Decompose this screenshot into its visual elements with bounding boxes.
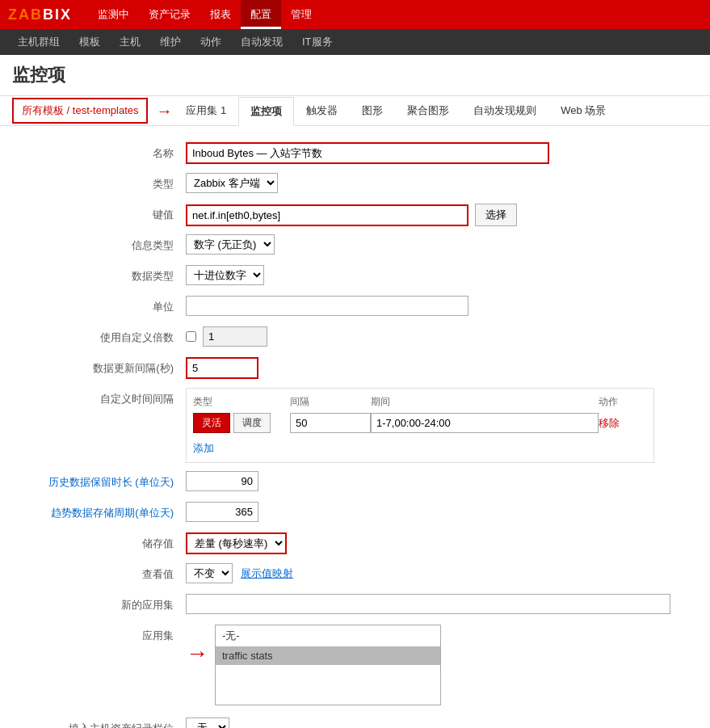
key-control: 选择: [186, 204, 670, 226]
custom-multiplier-checkbox[interactable]: [186, 331, 196, 342]
show-value-select[interactable]: 不变: [186, 563, 233, 583]
tab-items[interactable]: 监控项: [238, 97, 294, 126]
history-label: 历史数据保留时长 (单位天): [24, 471, 186, 490]
unit-label: 单位: [24, 296, 186, 314]
nav-actions[interactable]: 动作: [191, 29, 231, 55]
ci-header-action: 动作: [599, 395, 647, 409]
nav-autodiscovery[interactable]: 自动发现: [231, 29, 292, 55]
app-arrow-icon: →: [186, 641, 208, 667]
tab-aggregate[interactable]: 聚合图形: [395, 96, 461, 125]
logo: ZABBIX: [8, 6, 72, 23]
new-app-row: 新的应用集: [24, 594, 686, 616]
history-row: 历史数据保留时长 (单位天): [24, 471, 686, 494]
app-list-item-traffic[interactable]: traffic stats: [216, 646, 440, 665]
info-type-select[interactable]: 数字 (无正负): [186, 234, 275, 255]
tab-triggers[interactable]: 触发器: [294, 96, 350, 125]
update-interval-row: 数据更新间隔(秒): [24, 357, 686, 380]
page-title: 监控项: [12, 63, 698, 87]
data-type-select[interactable]: 十进位数字: [186, 265, 264, 285]
nav-monitoring[interactable]: 监测中: [88, 0, 139, 29]
custom-interval-box: 类型 间隔 期间 动作 灵活 调度 移除: [186, 388, 654, 463]
toggle-scheduled[interactable]: 调度: [233, 413, 271, 433]
host-inventory-row: 填入主机资产纪录栏位 -无-: [24, 717, 686, 728]
nav-reports[interactable]: 报表: [200, 0, 241, 29]
data-type-control: 十进位数字: [186, 265, 670, 285]
main-content: 名称 类型 Zabbix 客户端 键值 选择 信息类型 数字 (无正负) 数据类: [0, 126, 710, 728]
custom-multiplier-row: 使用自定义倍数: [24, 326, 686, 349]
ci-action-cell[interactable]: 移除: [599, 416, 647, 431]
ci-row: 灵活 调度 移除: [193, 413, 647, 433]
tab-breadcrumb[interactable]: 所有模板 / test-templates: [12, 98, 148, 124]
key-input[interactable]: [186, 204, 468, 226]
nav-it-services[interactable]: IT服务: [292, 29, 342, 55]
info-type-label: 信息类型: [24, 234, 186, 253]
custom-multiplier-control: [186, 326, 670, 347]
store-value-control: 差量 (每秒速率) 原始值 差量: [186, 532, 670, 554]
key-row: 键值 选择: [24, 204, 686, 226]
type-select[interactable]: Zabbix 客户端: [186, 173, 278, 193]
top-navbar: ZABBIX 监测中 资产记录 报表 配置 管理: [0, 0, 710, 29]
app-set-control: → -无- traffic stats: [186, 625, 670, 705]
unit-input[interactable]: [186, 296, 468, 316]
tab-webscene[interactable]: Web 场景: [548, 96, 618, 125]
ci-type-toggle: 灵活 调度: [193, 413, 290, 433]
app-set-row: 应用集 → -无- traffic stats: [24, 625, 686, 705]
ci-header-period: 期间: [371, 395, 599, 409]
tab-appset[interactable]: 应用集 1: [174, 96, 238, 125]
tab-graphs[interactable]: 图形: [350, 96, 395, 125]
history-control: [186, 471, 670, 491]
trend-input[interactable]: [186, 502, 258, 522]
data-type-row: 数据类型 十进位数字: [24, 265, 686, 288]
update-interval-control: [186, 357, 670, 379]
new-app-input[interactable]: [186, 594, 670, 614]
type-control: Zabbix 客户端: [186, 173, 670, 193]
ci-header-type: 类型: [193, 395, 290, 409]
custom-multiplier-input[interactable]: [203, 326, 267, 347]
ci-period-input[interactable]: [371, 413, 599, 433]
trend-control: [186, 502, 670, 522]
nav-templates[interactable]: 模板: [69, 29, 110, 55]
toggle-flexible[interactable]: 灵活: [193, 413, 230, 433]
nav-assets[interactable]: 资产记录: [139, 0, 200, 29]
info-type-row: 信息类型 数字 (无正负): [24, 234, 686, 257]
store-value-select[interactable]: 差量 (每秒速率) 原始值 差量: [186, 532, 287, 554]
ci-interval-input[interactable]: [290, 413, 371, 433]
type-row: 类型 Zabbix 客户端: [24, 173, 686, 196]
nav-admin[interactable]: 管理: [281, 0, 321, 29]
unit-row: 单位: [24, 296, 686, 318]
info-type-control: 数字 (无正负): [186, 234, 670, 255]
second-navbar: 主机群组 模板 主机 维护 动作 自动发现 IT服务: [0, 29, 710, 55]
custom-time-control: 类型 间隔 期间 动作 灵活 调度 移除: [186, 388, 670, 463]
history-input[interactable]: [186, 471, 258, 491]
app-list-item-none[interactable]: -无-: [216, 625, 440, 646]
name-row: 名称: [24, 142, 686, 165]
name-input[interactable]: [186, 142, 549, 164]
custom-multiplier-label: 使用自定义倍数: [24, 326, 186, 345]
update-interval-input[interactable]: [186, 357, 258, 379]
tab-autodiscovery[interactable]: 自动发现规则: [461, 96, 548, 125]
show-value-control: 不变 展示值映射: [186, 563, 670, 583]
store-value-row: 储存值 差量 (每秒速率) 原始值 差量: [24, 532, 686, 555]
nav-maintenance[interactable]: 维护: [150, 29, 191, 55]
nav-host-groups[interactable]: 主机群组: [8, 29, 69, 55]
name-label: 名称: [24, 142, 186, 161]
new-app-label: 新的应用集: [24, 594, 186, 612]
update-interval-label: 数据更新间隔(秒): [24, 357, 186, 376]
page-title-bar: 监控项: [0, 55, 710, 96]
store-value-label: 储存值: [24, 532, 186, 551]
arrow-indicator: →: [156, 102, 172, 120]
nav-hosts[interactable]: 主机: [110, 29, 150, 55]
name-control: [186, 142, 670, 164]
key-select-button[interactable]: 选择: [475, 204, 517, 226]
host-inventory-select[interactable]: -无-: [186, 717, 229, 728]
show-value-mapping-link[interactable]: 展示值映射: [241, 566, 293, 581]
ci-add-link[interactable]: 添加: [193, 441, 214, 456]
key-label: 键值: [24, 204, 186, 222]
show-value-row: 查看值 不变 展示值映射: [24, 563, 686, 586]
app-list[interactable]: -无- traffic stats: [215, 625, 441, 705]
trend-row: 趋势数据存储周期(单位天): [24, 502, 686, 524]
trend-label: 趋势数据存储周期(单位天): [24, 502, 186, 520]
app-set-label: 应用集: [24, 625, 186, 643]
nav-config[interactable]: 配置: [241, 0, 281, 29]
host-inventory-control: -无-: [186, 717, 670, 728]
